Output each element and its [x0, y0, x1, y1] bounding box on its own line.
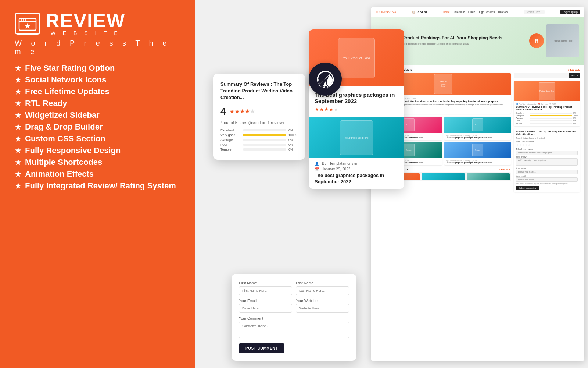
hero-product-img: Product Name Here [546, 24, 579, 57]
feature-list: ★Five Star Rating Option ★Social Network… [15, 63, 180, 191]
blog-card-bottom-img: Your Product Here [309, 117, 404, 158]
review-disclaimer: This review is based on my own experienc… [516, 183, 578, 185]
reviewer-name-input[interactable] [516, 170, 578, 174]
feature-item-8: ★Fully Responsive Design [15, 146, 180, 155]
star-icon-10: ★ [15, 170, 21, 178]
bar-average: Average 0% [220, 138, 298, 142]
small-card-4-body: By - Templatemonster ● January 29, 2022 … [444, 158, 511, 165]
feature-item-5: ★Widgetized Sidebar [15, 110, 180, 120]
fake-sidebar: Search Product Name Here All New Video C… [514, 73, 580, 194]
search-bar: Search Here... [524, 10, 545, 14]
nav-collections: Collections [453, 11, 465, 13]
blog-card-meta-date: 📅 January 29, 2022 [315, 167, 398, 171]
sidebar-search-button[interactable]: Search [569, 73, 580, 78]
review-title-input[interactable] [516, 151, 578, 155]
submit-review-button[interactable]: Submit your review [516, 186, 539, 190]
login-btn: Login/Signup [560, 10, 580, 14]
feature-item-2: ★Social Network Icons [15, 75, 180, 85]
first-name-label: First Name [239, 281, 292, 285]
feature-item-7: ★Custom CSS Section [15, 134, 180, 144]
email-group: Your Email [239, 299, 292, 313]
review-rating-big: 4 ★★★★★ [220, 106, 298, 117]
star-icon-8: ★ [15, 146, 21, 155]
feature-item-3: ★Free Lifetime Updates [15, 87, 180, 96]
comment-form-float: First Name Last Name Your Email Your Web… [232, 274, 356, 361]
star-icon-4: ★ [15, 99, 21, 108]
wp-theme-label: W o r d P r e s s T h e m e [15, 39, 180, 56]
review-name-label: Your name [516, 167, 578, 169]
review-title-label: Title of your review [516, 148, 578, 150]
star-icon-6: ★ [15, 123, 21, 131]
review-rating-detail: 4 out of 5 stars (based on 1 review) [516, 137, 578, 139]
review-body-input[interactable] [516, 158, 578, 166]
nav-guide: Guide [468, 11, 475, 13]
svg-point-3 [23, 19, 24, 21]
fake-search-box: Search [514, 73, 580, 78]
logo-text: REVIEW W E B S I T E [46, 11, 125, 36]
reviewer-email-input[interactable] [516, 177, 578, 182]
small-card-4-img: Product [444, 142, 511, 158]
phone-number: +1800-1245-1245 [376, 11, 396, 13]
fake-nav: +1800-1245-1245 📋 REVIEW Home Collection… [371, 7, 584, 17]
sidebar-search-input[interactable] [514, 73, 569, 78]
email-input[interactable] [239, 304, 292, 313]
feature-item-9: ★Multiple Shortcodes [15, 158, 180, 167]
rating-stars-float: ★★★★★ [229, 108, 255, 115]
svg-point-2 [21, 19, 22, 21]
sidebar-card-1-img: Product Name Here All New Video Creation… [514, 81, 580, 101]
brand-name: REVIEW [417, 11, 427, 13]
first-name-input[interactable] [239, 286, 292, 295]
comment-input[interactable] [239, 322, 349, 338]
nav-home: Home [443, 11, 450, 13]
small-card-2-img: Product [444, 117, 511, 133]
last-name-input[interactable] [296, 286, 349, 295]
bar-excellent: Excellent 0% [220, 128, 298, 132]
product-box-top: Your Product Here [338, 38, 375, 78]
review-card-float: Summary Of Reviews : The Top Trending Pr… [213, 74, 305, 160]
blog-card-mid: 👤 By - Templatemonster 📅 January 29, 202… [309, 158, 404, 189]
star-icon-5: ★ [15, 111, 21, 120]
overall-rating-label: Your overall rating [516, 140, 578, 142]
logo-review-text: REVIEW [46, 11, 125, 30]
website-group: Your Website [296, 299, 349, 313]
rating-stars-widget: ☆☆☆☆☆ [516, 143, 578, 147]
feature-item-10: ★Animation Effects [15, 169, 180, 179]
review-rating-detail: 4 out of 5 stars (based on 1 review) [220, 120, 298, 125]
sidebar-card-1-title: Summary Of Reviews : The Top Trending Pr… [516, 106, 578, 111]
nav-links: Home Collections Guide Huge Bonuses Tuto… [443, 11, 508, 13]
post-comment-button[interactable]: POST COMMENT [239, 343, 284, 353]
email-label: Your Email [239, 299, 292, 303]
star-icon-11: ★ [15, 181, 21, 190]
last-name-label: Last Name [296, 281, 349, 285]
star-icon-2: ★ [15, 75, 21, 84]
small-card-2-body: By - Templatemonster ● January 29, 2022 … [444, 133, 511, 140]
first-name-group: First Name [239, 281, 292, 295]
comment-group: Your Comment [239, 316, 349, 338]
blog-card-float: Your Product Here The best graphics pack… [309, 29, 404, 189]
star-icon-1: ★ [15, 64, 21, 72]
blog-card-bottom-title: The best graphics packages in September … [315, 173, 398, 189]
blog-post-stars: ★★★★★ [315, 106, 398, 112]
bar-terrible: Terrible 0% [220, 148, 298, 151]
svg-point-4 [25, 19, 26, 21]
review-body-label: Your review [516, 156, 578, 158]
sidebar-card-1: Product Name Here All New Video Creation… [514, 81, 580, 126]
wordpress-logo [309, 63, 342, 96]
star-icon-9: ★ [15, 158, 21, 167]
view-all-rankings: VIEW ALL [568, 68, 580, 71]
last-name-group: Last Name [296, 281, 349, 295]
bar-poor: Poor 0% [220, 143, 298, 146]
sidebar-card-1-body: 👤 By - Templatemonster 📅 February 20, 20… [514, 101, 580, 126]
website-input[interactable] [296, 304, 349, 313]
form-row-name: First Name Last Name [239, 281, 349, 295]
rating-bars: Excellent 0% Very good 100% Average 0% P… [220, 128, 298, 151]
left-panel: REVIEW W E B S I T E W o r d P r e s s T… [0, 0, 195, 368]
right-panel: +1800-1245-1245 📋 REVIEW Home Collection… [195, 0, 588, 368]
small-card-4: Product By - Templatemonster ● January 2… [444, 142, 511, 165]
feature-item-4: ★RTL Ready [15, 99, 180, 108]
review-card-title: Summary Of Reviews : The Top Trending Pr… [220, 81, 298, 101]
bar-verygood: Very good 100% [220, 133, 298, 137]
blog-card-meta-author: 👤 By - Templatemonster [315, 162, 398, 166]
logo-icon [15, 13, 40, 35]
feature-item-1: ★Five Star Rating Option [15, 63, 180, 73]
